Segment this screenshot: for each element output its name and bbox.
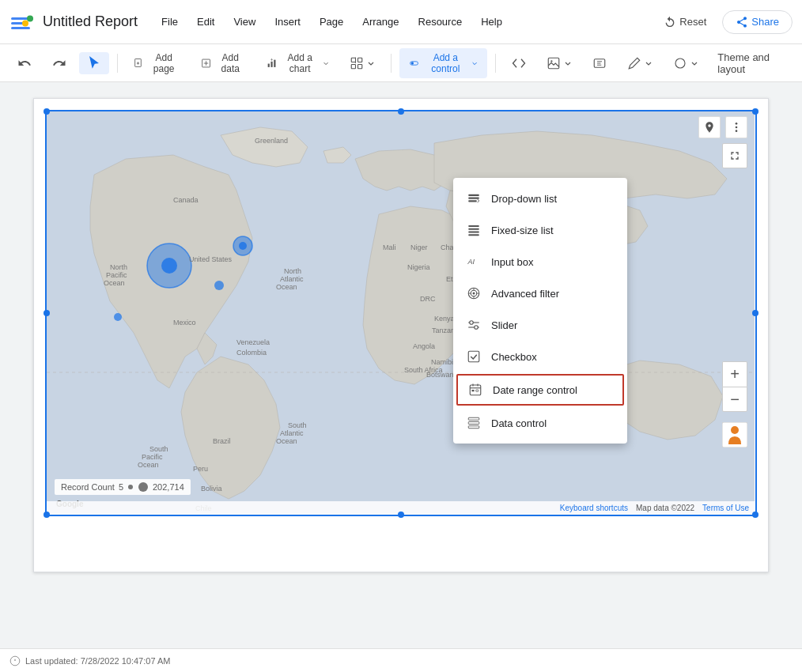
label-kenya: Kenya bbox=[434, 315, 455, 323]
menu-help[interactable]: Help bbox=[473, 13, 510, 31]
dropdown-item-input-box[interactable]: AI Input box bbox=[453, 246, 627, 277]
app-logo bbox=[9, 9, 35, 35]
menu-view[interactable]: View bbox=[225, 13, 263, 31]
dropdown-item-slider[interactable]: Slider bbox=[453, 309, 627, 341]
separator-3 bbox=[495, 54, 496, 73]
map-more-button[interactable] bbox=[725, 116, 747, 138]
add-chart-button[interactable]: Add a chart bbox=[259, 48, 337, 78]
textbox-button[interactable] bbox=[584, 52, 615, 74]
svg-point-42 bbox=[475, 326, 479, 330]
svg-point-27 bbox=[138, 482, 148, 492]
app-title: Untitled Report bbox=[43, 13, 138, 30]
record-count-bar: Record Count 5 202,714 bbox=[55, 479, 191, 495]
label-peru: Peru bbox=[193, 465, 208, 473]
dropdown-item-data-control[interactable]: Data control bbox=[453, 407, 627, 439]
bubble-small-pacific bbox=[114, 313, 122, 321]
reset-button[interactable]: Reset bbox=[654, 11, 716, 33]
logo-area: Untitled Report bbox=[9, 9, 138, 35]
label-colombia: Colombia bbox=[236, 349, 267, 357]
record-dot-large bbox=[138, 481, 149, 493]
svg-text:AI: AI bbox=[467, 258, 475, 266]
add-page-button[interactable]: Add page bbox=[126, 48, 188, 78]
zoom-in-button[interactable]: + bbox=[722, 361, 747, 387]
data-control-icon bbox=[466, 415, 482, 431]
label-north-atlantic3: Ocean bbox=[276, 283, 297, 291]
map-pin-button[interactable] bbox=[698, 116, 721, 138]
menu-edit[interactable]: Edit bbox=[189, 13, 222, 31]
label-north-atlantic2: Atlantic bbox=[280, 275, 304, 283]
svg-rect-51 bbox=[468, 426, 479, 428]
svg-rect-49 bbox=[468, 417, 479, 420]
svg-rect-13 bbox=[358, 64, 362, 68]
grid-button[interactable] bbox=[342, 52, 383, 74]
menu-resource[interactable]: Resource bbox=[410, 13, 471, 31]
input-box-label: Input box bbox=[491, 256, 534, 268]
add-control-icon bbox=[409, 57, 419, 70]
dropdown-item-checkbox[interactable]: Checkbox bbox=[453, 341, 627, 372]
code-button[interactable] bbox=[504, 52, 534, 74]
svg-rect-10 bbox=[352, 58, 356, 62]
label-south-atlantic: South bbox=[288, 421, 307, 429]
map-container[interactable]: North Pacific Ocean Canada United States… bbox=[45, 110, 757, 516]
draw-dropdown-icon bbox=[645, 59, 653, 67]
dropdown-item-date-range[interactable]: Date range control bbox=[456, 374, 624, 406]
grid-dropdown-icon bbox=[367, 59, 375, 67]
textbox-icon bbox=[592, 56, 607, 70]
report-canvas: North Pacific Ocean Canada United States… bbox=[33, 98, 769, 572]
label-mexico: Mexico bbox=[173, 319, 196, 327]
shapes-button[interactable] bbox=[665, 52, 706, 74]
reset-icon bbox=[664, 16, 676, 28]
dropdown-item-advanced-filter[interactable]: Advanced filter bbox=[453, 277, 627, 309]
record-count-number: 202,714 bbox=[153, 482, 184, 492]
input-box-icon: AI bbox=[466, 254, 482, 270]
dropdown-list-label: Drop-down list bbox=[491, 193, 557, 205]
add-control-button[interactable]: Add a control bbox=[399, 48, 487, 78]
terms-link[interactable]: Terms of Use bbox=[702, 504, 749, 512]
svg-rect-7 bbox=[268, 63, 270, 66]
add-data-button[interactable]: Add data bbox=[193, 48, 254, 78]
map-data-text: Map data ©2022 bbox=[636, 504, 694, 512]
dropdown-item-fixed-size-list[interactable]: Fixed-size list bbox=[453, 214, 627, 246]
add-data-icon bbox=[201, 57, 211, 70]
svg-point-4 bbox=[22, 20, 28, 26]
svg-point-41 bbox=[470, 321, 474, 325]
person-icon bbox=[722, 422, 747, 447]
share-button[interactable]: Share bbox=[722, 10, 793, 34]
undo-button[interactable] bbox=[9, 52, 40, 74]
svg-point-3 bbox=[27, 15, 33, 21]
menu-arrange[interactable]: Arrange bbox=[354, 13, 407, 31]
date-range-label: Date range control bbox=[493, 384, 577, 396]
pin-icon bbox=[703, 121, 716, 134]
label-south-atlantic3: Ocean bbox=[276, 437, 297, 445]
checkbox-icon bbox=[466, 349, 482, 364]
label-north-pacific: North bbox=[110, 263, 127, 271]
svg-rect-16 bbox=[549, 58, 560, 69]
dropdown-item-dropdown-list[interactable]: Drop-down list bbox=[453, 183, 627, 214]
draw-button[interactable] bbox=[619, 52, 660, 74]
svg-point-25 bbox=[731, 426, 739, 434]
menu-file[interactable]: File bbox=[153, 13, 186, 31]
street-view-button[interactable] bbox=[722, 422, 747, 450]
image-button[interactable] bbox=[539, 52, 580, 74]
svg-point-38 bbox=[473, 293, 475, 295]
separator-2 bbox=[391, 54, 392, 73]
label-north-pacific3: Ocean bbox=[104, 279, 125, 287]
cursor-button[interactable] bbox=[79, 52, 109, 74]
toolbar: Add page Add data Add a chart Add a cont… bbox=[0, 44, 802, 82]
theme-layout-button[interactable]: Theme and layout bbox=[711, 47, 793, 79]
menu-page[interactable]: Page bbox=[312, 13, 351, 31]
selection-handle-bl bbox=[44, 512, 50, 518]
image-dropdown-icon bbox=[564, 59, 572, 67]
zoom-out-button[interactable]: − bbox=[722, 387, 747, 412]
selection-handle-ml bbox=[44, 310, 50, 316]
svg-rect-32 bbox=[468, 228, 479, 230]
svg-rect-2 bbox=[11, 27, 30, 29]
selection-handle-bm bbox=[398, 512, 404, 518]
more-icon bbox=[730, 121, 743, 134]
keyboard-shortcuts-link[interactable]: Keyboard shortcuts bbox=[560, 504, 628, 512]
redo-button[interactable] bbox=[44, 52, 74, 74]
record-dot-small bbox=[127, 484, 134, 490]
menu-insert[interactable]: Insert bbox=[267, 13, 308, 31]
map-fullscreen-button[interactable] bbox=[722, 143, 747, 168]
svg-point-26 bbox=[128, 485, 133, 489]
